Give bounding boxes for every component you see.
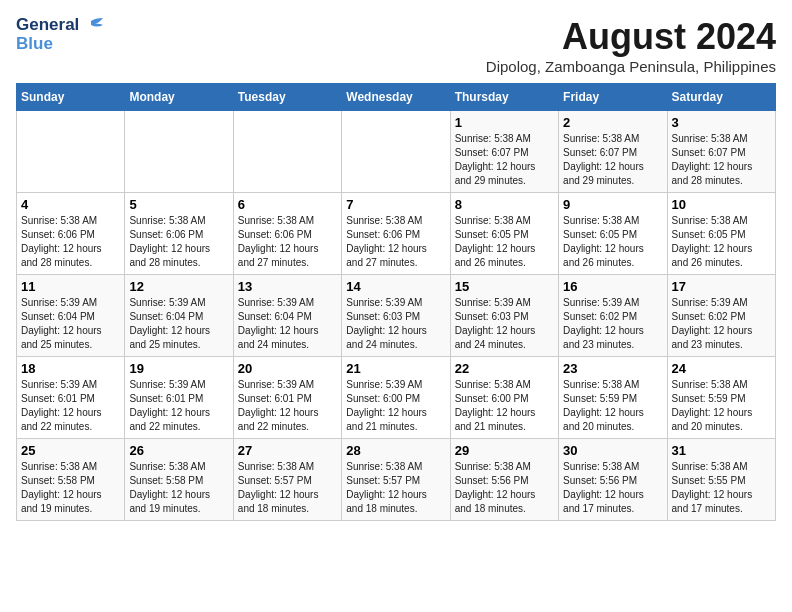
calendar-cell: 1Sunrise: 5:38 AM Sunset: 6:07 PM Daylig… xyxy=(450,111,558,193)
day-number: 14 xyxy=(346,279,445,294)
calendar-cell: 2Sunrise: 5:38 AM Sunset: 6:07 PM Daylig… xyxy=(559,111,667,193)
calendar-cell: 29Sunrise: 5:38 AM Sunset: 5:56 PM Dayli… xyxy=(450,439,558,521)
day-number: 4 xyxy=(21,197,120,212)
col-header-tuesday: Tuesday xyxy=(233,84,341,111)
day-info: Sunrise: 5:39 AM Sunset: 6:01 PM Dayligh… xyxy=(238,378,337,434)
day-info: Sunrise: 5:38 AM Sunset: 6:06 PM Dayligh… xyxy=(238,214,337,270)
day-number: 18 xyxy=(21,361,120,376)
calendar-cell xyxy=(233,111,341,193)
day-info: Sunrise: 5:38 AM Sunset: 6:00 PM Dayligh… xyxy=(455,378,554,434)
calendar-cell: 26Sunrise: 5:38 AM Sunset: 5:58 PM Dayli… xyxy=(125,439,233,521)
day-number: 17 xyxy=(672,279,771,294)
calendar-cell xyxy=(17,111,125,193)
day-info: Sunrise: 5:38 AM Sunset: 5:55 PM Dayligh… xyxy=(672,460,771,516)
col-header-sunday: Sunday xyxy=(17,84,125,111)
day-info: Sunrise: 5:38 AM Sunset: 6:06 PM Dayligh… xyxy=(21,214,120,270)
day-info: Sunrise: 5:38 AM Sunset: 5:58 PM Dayligh… xyxy=(129,460,228,516)
day-number: 6 xyxy=(238,197,337,212)
day-info: Sunrise: 5:38 AM Sunset: 5:56 PM Dayligh… xyxy=(563,460,662,516)
day-number: 20 xyxy=(238,361,337,376)
day-number: 1 xyxy=(455,115,554,130)
day-number: 19 xyxy=(129,361,228,376)
day-info: Sunrise: 5:38 AM Sunset: 5:59 PM Dayligh… xyxy=(563,378,662,434)
day-info: Sunrise: 5:38 AM Sunset: 6:07 PM Dayligh… xyxy=(672,132,771,188)
day-number: 30 xyxy=(563,443,662,458)
col-header-wednesday: Wednesday xyxy=(342,84,450,111)
logo: General Blue xyxy=(16,16,103,53)
calendar-cell: 14Sunrise: 5:39 AM Sunset: 6:03 PM Dayli… xyxy=(342,275,450,357)
day-number: 2 xyxy=(563,115,662,130)
calendar-cell xyxy=(125,111,233,193)
day-info: Sunrise: 5:39 AM Sunset: 6:04 PM Dayligh… xyxy=(238,296,337,352)
day-number: 27 xyxy=(238,443,337,458)
day-info: Sunrise: 5:39 AM Sunset: 6:01 PM Dayligh… xyxy=(129,378,228,434)
day-number: 23 xyxy=(563,361,662,376)
day-number: 11 xyxy=(21,279,120,294)
day-info: Sunrise: 5:38 AM Sunset: 6:05 PM Dayligh… xyxy=(563,214,662,270)
day-number: 24 xyxy=(672,361,771,376)
calendar-cell: 15Sunrise: 5:39 AM Sunset: 6:03 PM Dayli… xyxy=(450,275,558,357)
day-info: Sunrise: 5:38 AM Sunset: 5:59 PM Dayligh… xyxy=(672,378,771,434)
calendar-cell: 5Sunrise: 5:38 AM Sunset: 6:06 PM Daylig… xyxy=(125,193,233,275)
day-info: Sunrise: 5:38 AM Sunset: 6:06 PM Dayligh… xyxy=(129,214,228,270)
day-info: Sunrise: 5:38 AM Sunset: 6:06 PM Dayligh… xyxy=(346,214,445,270)
day-info: Sunrise: 5:38 AM Sunset: 6:07 PM Dayligh… xyxy=(563,132,662,188)
calendar-cell: 18Sunrise: 5:39 AM Sunset: 6:01 PM Dayli… xyxy=(17,357,125,439)
calendar-cell: 24Sunrise: 5:38 AM Sunset: 5:59 PM Dayli… xyxy=(667,357,775,439)
day-info: Sunrise: 5:39 AM Sunset: 6:02 PM Dayligh… xyxy=(563,296,662,352)
subtitle: Dipolog, Zamboanga Peninsula, Philippine… xyxy=(486,58,776,75)
col-header-thursday: Thursday xyxy=(450,84,558,111)
col-header-friday: Friday xyxy=(559,84,667,111)
calendar-cell: 10Sunrise: 5:38 AM Sunset: 6:05 PM Dayli… xyxy=(667,193,775,275)
calendar-cell xyxy=(342,111,450,193)
col-header-monday: Monday xyxy=(125,84,233,111)
logo-bird-icon xyxy=(81,18,103,32)
calendar-cell: 27Sunrise: 5:38 AM Sunset: 5:57 PM Dayli… xyxy=(233,439,341,521)
day-number: 28 xyxy=(346,443,445,458)
calendar-cell: 7Sunrise: 5:38 AM Sunset: 6:06 PM Daylig… xyxy=(342,193,450,275)
calendar-cell: 11Sunrise: 5:39 AM Sunset: 6:04 PM Dayli… xyxy=(17,275,125,357)
day-number: 3 xyxy=(672,115,771,130)
calendar-cell: 12Sunrise: 5:39 AM Sunset: 6:04 PM Dayli… xyxy=(125,275,233,357)
calendar-cell: 25Sunrise: 5:38 AM Sunset: 5:58 PM Dayli… xyxy=(17,439,125,521)
logo-blue: Blue xyxy=(16,35,103,54)
logo-general: General xyxy=(16,16,79,35)
day-number: 16 xyxy=(563,279,662,294)
calendar-cell: 9Sunrise: 5:38 AM Sunset: 6:05 PM Daylig… xyxy=(559,193,667,275)
day-info: Sunrise: 5:39 AM Sunset: 6:04 PM Dayligh… xyxy=(21,296,120,352)
calendar-cell: 13Sunrise: 5:39 AM Sunset: 6:04 PM Dayli… xyxy=(233,275,341,357)
day-number: 12 xyxy=(129,279,228,294)
calendar-cell: 19Sunrise: 5:39 AM Sunset: 6:01 PM Dayli… xyxy=(125,357,233,439)
day-info: Sunrise: 5:39 AM Sunset: 6:03 PM Dayligh… xyxy=(346,296,445,352)
day-info: Sunrise: 5:38 AM Sunset: 6:07 PM Dayligh… xyxy=(455,132,554,188)
day-info: Sunrise: 5:38 AM Sunset: 5:56 PM Dayligh… xyxy=(455,460,554,516)
day-info: Sunrise: 5:38 AM Sunset: 5:58 PM Dayligh… xyxy=(21,460,120,516)
calendar-cell: 30Sunrise: 5:38 AM Sunset: 5:56 PM Dayli… xyxy=(559,439,667,521)
main-title: August 2024 xyxy=(486,16,776,58)
calendar-cell: 17Sunrise: 5:39 AM Sunset: 6:02 PM Dayli… xyxy=(667,275,775,357)
day-info: Sunrise: 5:39 AM Sunset: 6:02 PM Dayligh… xyxy=(672,296,771,352)
day-number: 15 xyxy=(455,279,554,294)
day-info: Sunrise: 5:39 AM Sunset: 6:03 PM Dayligh… xyxy=(455,296,554,352)
calendar-cell: 16Sunrise: 5:39 AM Sunset: 6:02 PM Dayli… xyxy=(559,275,667,357)
calendar-cell: 31Sunrise: 5:38 AM Sunset: 5:55 PM Dayli… xyxy=(667,439,775,521)
day-info: Sunrise: 5:39 AM Sunset: 6:04 PM Dayligh… xyxy=(129,296,228,352)
day-info: Sunrise: 5:38 AM Sunset: 5:57 PM Dayligh… xyxy=(238,460,337,516)
col-header-saturday: Saturday xyxy=(667,84,775,111)
calendar-cell: 8Sunrise: 5:38 AM Sunset: 6:05 PM Daylig… xyxy=(450,193,558,275)
day-number: 10 xyxy=(672,197,771,212)
calendar-cell: 23Sunrise: 5:38 AM Sunset: 5:59 PM Dayli… xyxy=(559,357,667,439)
day-number: 13 xyxy=(238,279,337,294)
day-number: 21 xyxy=(346,361,445,376)
day-info: Sunrise: 5:38 AM Sunset: 6:05 PM Dayligh… xyxy=(455,214,554,270)
day-number: 25 xyxy=(21,443,120,458)
calendar-cell: 21Sunrise: 5:39 AM Sunset: 6:00 PM Dayli… xyxy=(342,357,450,439)
day-number: 9 xyxy=(563,197,662,212)
calendar-cell: 28Sunrise: 5:38 AM Sunset: 5:57 PM Dayli… xyxy=(342,439,450,521)
calendar-cell: 20Sunrise: 5:39 AM Sunset: 6:01 PM Dayli… xyxy=(233,357,341,439)
day-number: 26 xyxy=(129,443,228,458)
calendar-cell: 3Sunrise: 5:38 AM Sunset: 6:07 PM Daylig… xyxy=(667,111,775,193)
day-info: Sunrise: 5:39 AM Sunset: 6:00 PM Dayligh… xyxy=(346,378,445,434)
day-info: Sunrise: 5:39 AM Sunset: 6:01 PM Dayligh… xyxy=(21,378,120,434)
day-number: 7 xyxy=(346,197,445,212)
